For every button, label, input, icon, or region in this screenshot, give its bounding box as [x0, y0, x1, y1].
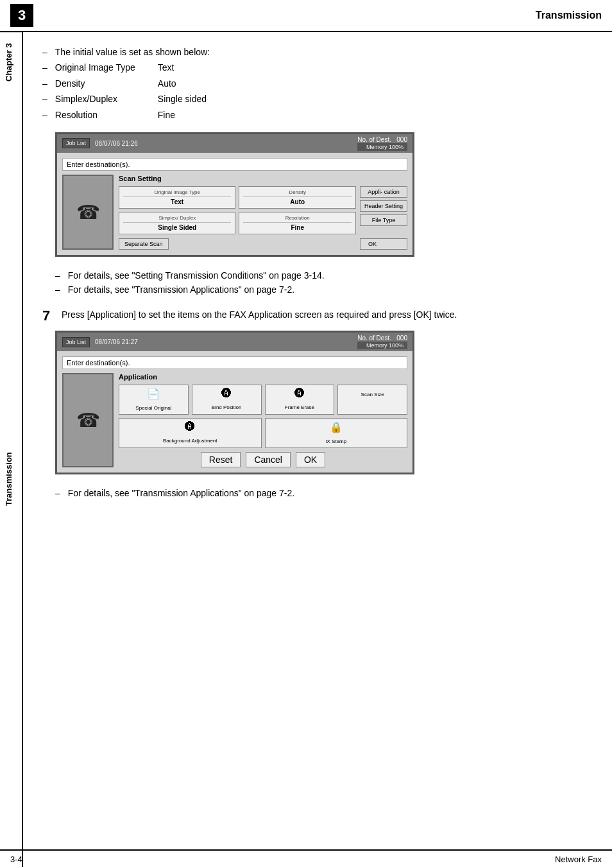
special-original-btn[interactable]: 📄 Special Original	[119, 385, 189, 415]
setting-density: – Density Auto	[42, 76, 593, 91]
page-title: Transmission	[536, 10, 602, 21]
top-settings-row: Original Image Type Text Density Auto	[119, 186, 356, 209]
original-image-type-cell[interactable]: Original Image Type Text	[119, 186, 235, 209]
screen1: Job List 08/07/06 21:26 No. of Dest. 000…	[55, 132, 414, 257]
settings-intro-list: – The initial value is set as shown belo…	[42, 45, 593, 122]
screen2-body: ☎ Application 📄 Special Original 🅐 Bind …	[62, 373, 407, 467]
phone-icon: ☎	[62, 175, 114, 250]
app-bottom-row: 🅐 Background Adjustment 🔒 IX Stamp	[119, 418, 407, 448]
job-list-button[interactable]: Job List	[62, 138, 90, 148]
simplex-duplex-cell[interactable]: Simplex/ Duplex Single Sided	[119, 212, 235, 234]
screen1-right-buttons: Appli- cation Header Setting File Type O…	[360, 186, 407, 250]
sidebar-chapter-label: Chapter 3	[0, 32, 22, 92]
application-button[interactable]: Appli- cation	[360, 186, 407, 198]
scan-settings-main: Original Image Type Text Density Auto	[119, 186, 407, 250]
bullet1-2: – For details, see "Transmission Applica…	[55, 282, 593, 297]
screen1-body: ☎ Scan Setting Original Image Type Text	[62, 175, 407, 250]
screen2-enter-dest: Enter destination(s).	[62, 356, 407, 369]
reset-button[interactable]: Reset	[201, 452, 241, 467]
no-of-dest: No. of Dest. 000	[357, 136, 407, 143]
bullet2-1: – For details, see "Transmission Applica…	[55, 486, 593, 500]
left-sidebar: Chapter 3 Transmission	[0, 32, 23, 867]
top-bar: 3 Transmission	[0, 0, 612, 32]
separate-scan-btn[interactable]: Separate Scan	[119, 238, 169, 250]
screen2-content: Enter destination(s). ☎ Application 📄 Sp…	[57, 351, 412, 473]
cancel-button[interactable]: Cancel	[246, 452, 291, 467]
setting-original-image-type: – Original Image Type Text	[42, 60, 593, 74]
header-setting-button[interactable]: Header Setting	[360, 200, 407, 212]
ok-area: OK	[360, 238, 407, 250]
memory-display: Memory 100%	[357, 143, 407, 151]
scan-size-btn[interactable]: Scan Size	[337, 385, 407, 415]
screen1-datetime: 08/07/06 21:26	[95, 140, 138, 147]
scan-settings-panel: Scan Setting Original Image Type Text	[119, 175, 407, 250]
scan-settings-left: Original Image Type Text Density Auto	[119, 186, 356, 250]
screen1-content: Enter destination(s). ☎ Scan Setting Ori…	[57, 153, 412, 255]
background-adjustment-btn[interactable]: 🅐 Background Adjustment	[119, 418, 262, 448]
intro-line: – The initial value is set as shown belo…	[42, 45, 593, 59]
screen2-left: Job List 08/07/06 21:27	[62, 334, 138, 349]
app-action-buttons: Reset Cancel OK	[119, 452, 407, 467]
separate-scan-row: Separate Scan	[119, 238, 356, 250]
screen2-right: No. of Dest. 000 Memory 100%	[357, 334, 407, 349]
footer-title: Network Fax	[555, 855, 602, 864]
setting-resolution: – Resolution Fine	[42, 108, 593, 122]
application-panel: Application 📄 Special Original 🅐 Bind Po…	[119, 373, 407, 467]
bullet1-1: – For details, see "Setting Transmission…	[55, 268, 593, 282]
step7-row: 7 Press [Application] to set the items o…	[42, 308, 593, 324]
enter-dest-line: Enter destination(s).	[62, 158, 407, 171]
file-type-button[interactable]: File Type	[360, 214, 407, 226]
screen2-ok-button[interactable]: OK	[296, 452, 325, 467]
ix-stamp-btn[interactable]: 🔒 IX Stamp	[265, 418, 408, 448]
page-wrapper: Chapter 3 Transmission – The initial val…	[0, 32, 612, 867]
sidebar-section-label: Transmission	[0, 92, 22, 867]
application-title: Application	[119, 373, 407, 381]
resolution-cell[interactable]: Resolution Fine	[239, 212, 355, 234]
main-content: – The initial value is set as shown belo…	[23, 32, 612, 867]
screen2-memory-display: Memory 100%	[357, 342, 407, 349]
screen2-top-row: Job List 08/07/06 21:27 No. of Dest. 000…	[57, 333, 412, 351]
footer: 3-4 Network Fax	[0, 849, 612, 868]
density-cell[interactable]: Density Auto	[239, 186, 355, 209]
screen1-top-row: Job List 08/07/06 21:26 No. of Dest. 000…	[57, 134, 412, 153]
screen2: Job List 08/07/06 21:27 No. of Dest. 000…	[55, 331, 414, 474]
footer-page-num: 3-4	[10, 855, 22, 864]
screen2-bullets: – For details, see "Transmission Applica…	[55, 486, 593, 500]
screen2-phone-icon: ☎	[62, 373, 114, 467]
bottom-settings-row: Simplex/ Duplex Single Sided Resolution …	[119, 212, 356, 234]
setting-simplex-duplex: – Simplex/Duplex Single sided	[42, 92, 593, 106]
app-top-row: 📄 Special Original 🅐 Bind Position 🅐 Fra…	[119, 385, 407, 415]
step7-number: 7	[42, 308, 62, 324]
screen2-job-list-button[interactable]: Job List	[62, 337, 90, 347]
frame-erase-btn[interactable]: 🅐 Frame Erase	[265, 385, 335, 415]
screen1-left: Job List 08/07/06 21:26	[62, 136, 138, 151]
step7-text: Press [Application] to set the items on …	[62, 308, 593, 324]
screen1-bullets: – For details, see "Setting Transmission…	[55, 268, 593, 297]
screen1-right: No. of Dest. 000 Memory 100%	[357, 136, 407, 151]
ok-button[interactable]: OK	[360, 238, 407, 250]
screen2-datetime: 08/07/06 21:27	[95, 338, 138, 345]
bind-position-btn[interactable]: 🅐 Bind Position	[192, 385, 262, 415]
scan-setting-title: Scan Setting	[119, 175, 407, 182]
screen2-no-of-dest: No. of Dest. 000	[357, 334, 407, 342]
chapter-number: 3	[10, 4, 33, 27]
